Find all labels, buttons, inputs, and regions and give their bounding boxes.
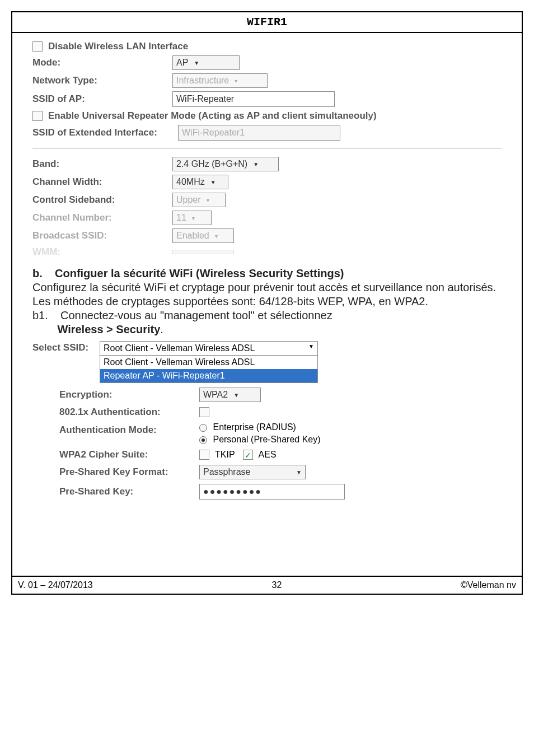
auth-8021x-checkbox[interactable] bbox=[199, 407, 209, 417]
network-type-value: Infrastructure bbox=[176, 76, 229, 86]
encryption-select[interactable]: WPA2 ▼ bbox=[199, 388, 261, 402]
chevron-down-icon: ▼ bbox=[296, 469, 302, 475]
band-select[interactable]: 2.4 GHz (B+G+N) ▼ bbox=[172, 157, 279, 171]
ssid-option-root[interactable]: Root Client - Velleman Wireless ADSL bbox=[100, 356, 317, 369]
network-type-select: Infrastructure ▾ bbox=[172, 73, 268, 88]
broadcast-ssid-select: Enabled ▾ bbox=[172, 228, 234, 243]
aes-label: AES bbox=[259, 450, 277, 460]
section-b-prefix: b. bbox=[32, 267, 43, 279]
auth-mode-personal-radio[interactable] bbox=[199, 436, 207, 444]
chevron-down-icon: ▼ bbox=[194, 60, 199, 66]
chevron-down-icon: ▼ bbox=[308, 343, 314, 353]
mode-label: Mode: bbox=[32, 57, 172, 68]
aes-checkbox[interactable] bbox=[243, 450, 253, 460]
chevron-down-icon: ▼ bbox=[253, 161, 259, 167]
broadcast-ssid-value: Enabled bbox=[176, 231, 209, 241]
channel-number-value: 11 bbox=[176, 213, 186, 223]
enable-universal-checkbox[interactable] bbox=[32, 111, 43, 121]
auth-8021x-label: 802.1x Authentication: bbox=[59, 407, 199, 418]
psk-input[interactable]: ●●●●●●●●● bbox=[199, 484, 345, 500]
section-b-heading: Configuer la sécurité WiFi (Wireless Sec… bbox=[55, 267, 344, 279]
ssid-ext-label: SSID of Extended Interface: bbox=[32, 127, 178, 138]
ssid-ap-input[interactable]: WiFi-Repeater bbox=[172, 91, 335, 107]
encryption-label: Encryption: bbox=[59, 389, 199, 400]
chevron-down-icon: ▼ bbox=[210, 179, 216, 185]
disable-wlan-checkbox[interactable] bbox=[32, 41, 43, 52]
tkip-label: TKIP bbox=[215, 450, 235, 460]
b1-text-a: Connectez-vous au "management tool" et s… bbox=[60, 309, 332, 321]
ssid-ap-label: SSID of AP: bbox=[32, 94, 172, 105]
auth-mode-enterprise-radio[interactable] bbox=[199, 424, 207, 432]
b1-text-c: . bbox=[160, 323, 163, 335]
page-title: WIFIR1 bbox=[12, 12, 522, 33]
psk-label: Pre-Shared Key: bbox=[59, 486, 199, 497]
chevron-down-icon: ▼ bbox=[233, 392, 239, 398]
select-ssid-dropdown[interactable]: Root Client - Velleman Wireless ADSL ▼ R… bbox=[100, 341, 318, 383]
control-sideband-label: Control Sideband: bbox=[32, 194, 172, 206]
encryption-value: WPA2 bbox=[203, 390, 228, 400]
section-b-paragraph: Configurez la sécurité WiFi et cryptage … bbox=[32, 281, 502, 309]
psk-format-select[interactable]: Passphrase ▼ bbox=[199, 465, 306, 479]
tkip-checkbox[interactable] bbox=[199, 450, 209, 460]
mode-value: AP bbox=[176, 58, 188, 68]
chevron-down-icon: ▾ bbox=[235, 78, 237, 84]
broadcast-ssid-label: Broadcast SSID: bbox=[32, 230, 172, 241]
footer-center: 32 bbox=[272, 580, 282, 590]
divider bbox=[32, 148, 502, 149]
auth-mode-label: Authentication Mode: bbox=[59, 424, 199, 436]
disable-wlan-label: Disable Wireless LAN Interface bbox=[48, 41, 188, 52]
ssid-option-repeater[interactable]: Repeater AP - WiFi-Repeater1 bbox=[100, 369, 317, 382]
band-value: 2.4 GHz (B+G+N) bbox=[176, 159, 247, 169]
footer-right: ©Velleman nv bbox=[461, 580, 516, 590]
security-form: Select SSID: Root Client - Velleman Wire… bbox=[32, 341, 502, 500]
channel-number-select: 11 ▾ bbox=[172, 211, 212, 225]
b1-prefix: b1. bbox=[32, 309, 48, 321]
psk-format-value: Passphrase bbox=[203, 467, 291, 477]
mode-select[interactable]: AP ▼ bbox=[172, 55, 240, 70]
chevron-down-icon: ▾ bbox=[192, 215, 195, 221]
channel-number-label: Channel Number: bbox=[32, 212, 172, 223]
auth-mode-personal-label: Personal (Pre-Shared Key) bbox=[213, 435, 320, 444]
control-sideband-select: Upper ▾ bbox=[172, 193, 226, 207]
select-ssid-label: Select SSID: bbox=[32, 342, 100, 353]
wmm-label: WMM: bbox=[32, 246, 172, 258]
control-sideband-value: Upper bbox=[176, 195, 201, 205]
cipher-label: WPA2 Cipher Suite: bbox=[59, 449, 199, 460]
channel-width-label: Channel Width: bbox=[32, 176, 172, 188]
channel-width-value: 40MHz bbox=[176, 177, 205, 187]
channel-width-select[interactable]: 40MHz ▼ bbox=[172, 175, 228, 189]
wireless-basic-form: Disable Wireless LAN Interface Mode: AP … bbox=[32, 41, 502, 258]
chevron-down-icon: ▾ bbox=[207, 197, 209, 203]
b1-text-bold: Wireless > Security bbox=[57, 323, 160, 335]
ssid-ext-input: WiFi-Repeater1 bbox=[178, 125, 340, 141]
psk-format-label: Pre-Shared Key Format: bbox=[59, 466, 199, 478]
page-footer: V. 01 – 24/07/2013 32 ©Velleman nv bbox=[12, 576, 522, 594]
enable-universal-label: Enable Universal Repeater Mode (Acting a… bbox=[48, 110, 377, 122]
band-label: Band: bbox=[32, 158, 172, 170]
select-ssid-current: Root Client - Velleman Wireless ADSL bbox=[104, 343, 303, 353]
footer-left: V. 01 – 24/07/2013 bbox=[18, 580, 93, 590]
network-type-label: Network Type: bbox=[32, 75, 172, 86]
wmm-select bbox=[172, 250, 234, 254]
chevron-down-icon: ▾ bbox=[215, 233, 218, 239]
auth-mode-enterprise-label: Enterprise (RADIUS) bbox=[213, 422, 296, 432]
